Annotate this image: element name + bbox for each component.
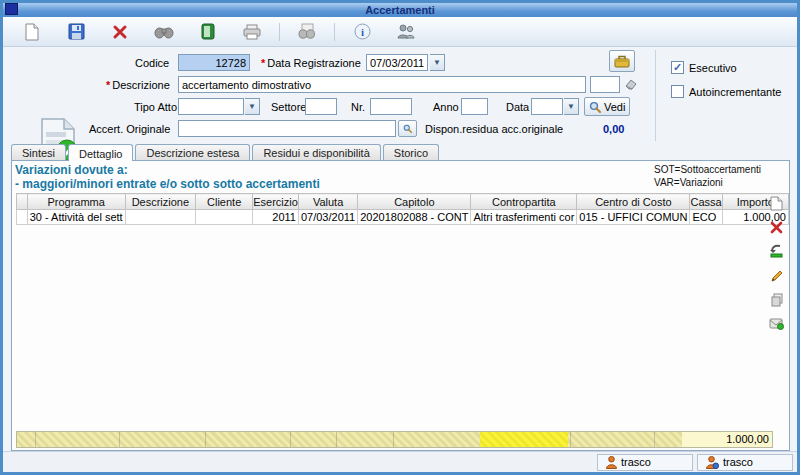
undo-row-icon[interactable] (768, 243, 785, 260)
magnifier-icon (403, 123, 412, 134)
col-esercizio[interactable]: Esercizio (253, 194, 299, 210)
search-documents-icon[interactable] (296, 21, 318, 43)
nr-input[interactable] (370, 98, 412, 115)
cell-cassa[interactable]: ECO (690, 210, 722, 225)
data-input[interactable] (531, 98, 563, 115)
settore-input[interactable] (305, 98, 337, 115)
cell-capitolo[interactable]: 20201802088 - CONT (358, 210, 471, 225)
required-marker: * (106, 79, 110, 91)
tab-bar: Sintesi Dettaglio Descrizione estesa Res… (11, 144, 439, 161)
table-row[interactable]: 30 - Attività del sett 2011 07/03/2011 2… (17, 210, 789, 225)
status-user-1: trasco (597, 454, 693, 471)
heading-line2: - maggiori/minori entrate e/o sotto sott… (15, 177, 320, 191)
totals-importo: 1.000,00 (682, 432, 772, 447)
anno-input[interactable] (461, 98, 488, 115)
save-icon[interactable] (65, 21, 87, 43)
app-icon (5, 3, 18, 15)
cell-cliente[interactable] (196, 210, 253, 225)
data-label: Data (506, 101, 529, 113)
accert-originale-label: Accert. Originale (89, 123, 170, 135)
cell-contropartita[interactable]: Altri trasferimenti cor (471, 210, 577, 225)
codice-label: Codice (135, 57, 169, 69)
tab-sintesi[interactable]: Sintesi (11, 144, 66, 160)
vedi-button[interactable]: Vedi (584, 97, 630, 116)
tab-residui-e-disponibilita[interactable]: Residui e disponibilità (252, 144, 380, 160)
print-icon[interactable] (241, 21, 263, 43)
autoincrementante-label: Autoincrementante (689, 86, 781, 98)
info-icon[interactable]: i (351, 21, 373, 43)
variazioni-heading: Variazioni dovute a: - maggiori/minori e… (15, 163, 320, 191)
status-user-2-label: trasco (723, 456, 753, 468)
table-header-row: Programma Descrizione Cliente Esercizio … (17, 194, 789, 210)
data-registrazione-dropdown[interactable]: ▼ (430, 54, 445, 71)
esecutivo-row: ✓ Esecutivo (671, 61, 737, 74)
delete-icon[interactable] (109, 21, 131, 43)
data-registrazione-input[interactable] (366, 54, 428, 71)
accert-originale-input[interactable] (178, 120, 396, 137)
status-user-1-label: trasco (621, 456, 651, 468)
search-icon[interactable] (153, 21, 175, 43)
accertamenti-window: Accertamenti i (0, 0, 800, 475)
legend: SOT=Sottoaccertamenti VAR=Variazioni (654, 163, 761, 189)
tipo-atto-dropdown[interactable]: ▼ (245, 98, 260, 115)
delete-row-icon[interactable] (768, 219, 785, 236)
anno-label: Anno (433, 101, 459, 113)
copy-row-icon[interactable] (768, 291, 785, 308)
main-toolbar: i (3, 17, 797, 47)
esecutivo-checkbox[interactable]: ✓ (671, 61, 684, 74)
legend-line2: VAR=Variazioni (654, 176, 761, 189)
vedi-button-label: Vedi (604, 101, 625, 113)
title-bar[interactable]: Accertamenti (3, 3, 797, 17)
tab-storico[interactable]: Storico (383, 144, 439, 160)
eraser-icon[interactable] (624, 78, 637, 90)
totals-highlight (480, 432, 568, 447)
descrizione-label: *Descrizione (106, 79, 170, 91)
dispon-residua-label: Dispon.residua acc.originale (425, 123, 563, 135)
edit-row-icon[interactable] (768, 267, 785, 284)
col-programma[interactable]: Programma (27, 194, 125, 210)
tipo-atto-input[interactable] (178, 98, 244, 115)
nr-label: Nr. (351, 101, 365, 113)
status-bar: trasco trasco (3, 451, 797, 472)
legend-line1: SOT=Sottoaccertamenti (654, 163, 761, 176)
cell-programma[interactable]: 30 - Attività del sett (27, 210, 125, 225)
tab-descrizione-estesa[interactable]: Descrizione estesa (135, 144, 250, 160)
tab-dettaglio[interactable]: Dettaglio (68, 144, 133, 161)
col-capitolo[interactable]: Capitolo (358, 194, 471, 210)
col-centro-di-costo[interactable]: Centro di Costo (577, 194, 690, 210)
new-document-icon[interactable] (21, 21, 43, 43)
window-title: Accertamenti (365, 4, 435, 16)
toolbar-separator (279, 23, 280, 41)
totals-row: 1.000,00 (16, 431, 773, 448)
descrizione-input[interactable] (178, 76, 586, 93)
svg-text:i: i (360, 26, 363, 38)
settore-label: Settore (271, 101, 306, 113)
col-valuta[interactable]: Valuta (298, 194, 357, 210)
mail-row-icon[interactable] (768, 315, 785, 332)
status-user-2: trasco (697, 454, 793, 471)
descrizione-extra-input[interactable] (590, 76, 620, 93)
accert-originale-search-button[interactable] (398, 120, 417, 137)
autoincrementante-checkbox[interactable]: ✓ (671, 85, 684, 98)
data-dropdown[interactable]: ▼ (564, 98, 579, 115)
cell-descrizione[interactable] (125, 210, 196, 225)
cell-centro-di-costo[interactable]: 015 - UFFICI COMUN (577, 210, 690, 225)
col-cliente[interactable]: Cliente (196, 194, 253, 210)
dettaglio-panel: Variazioni dovute a: - maggiori/minori e… (11, 160, 790, 451)
col-descrizione[interactable]: Descrizione (125, 194, 196, 210)
data-registrazione-label: *Data Registrazione (261, 57, 361, 69)
codice-input[interactable] (178, 54, 250, 71)
dispon-residua-value: 0,00 (603, 123, 624, 135)
magnifier-icon (589, 101, 601, 113)
briefcase-button[interactable] (609, 50, 635, 72)
users-icon[interactable] (395, 21, 417, 43)
col-contropartita[interactable]: Contropartita (471, 194, 577, 210)
col-cassa[interactable]: Cassa (690, 194, 722, 210)
cell-valuta[interactable]: 07/03/2011 (298, 210, 357, 225)
col-selector (17, 194, 28, 210)
archive-icon[interactable] (197, 21, 219, 43)
add-row-icon[interactable] (768, 195, 785, 212)
cell-esercizio[interactable]: 2011 (253, 210, 299, 225)
user-lock-icon (706, 456, 719, 469)
toolbar-separator (334, 23, 335, 41)
